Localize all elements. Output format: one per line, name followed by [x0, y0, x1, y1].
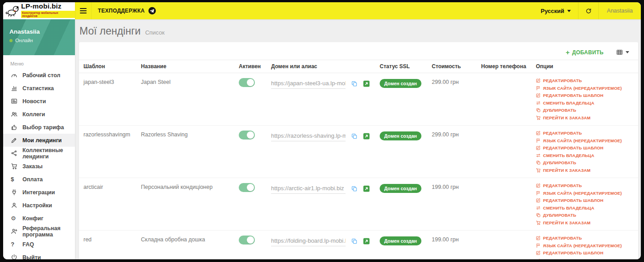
- option-link[interactable]: РЕДАКТИРОВАТЬ ШАБЛОН: [536, 93, 634, 98]
- topbar: ТЕХПОДДЕРЖКА Русский Anastasiia: [75, 2, 641, 19]
- ssl-cell: Домен создан: [375, 178, 427, 231]
- name-cell: Персональний кондиціонер: [136, 178, 234, 231]
- sidebar-item-dashboard[interactable]: Рабочий стол: [3, 69, 75, 82]
- sidebar-item-gears[interactable]: ⚙Конфиг: [3, 212, 75, 225]
- option-link[interactable]: ПЕРЕЙТИ К ЗАКАЗАМ: [536, 220, 634, 225]
- option-link[interactable]: ДУБЛИРОВАТЬ: [536, 213, 634, 218]
- exchange-icon: [536, 205, 541, 210]
- user-status-label: Онлайн: [15, 38, 33, 43]
- cart-icon: [11, 163, 18, 170]
- open-site-button[interactable]: [363, 185, 370, 192]
- option-link[interactable]: ЯЗЫК САЙТА (НЕРЕДАКТИРУЕМОЕ): [536, 138, 634, 143]
- price-cell: 299.00 грн: [427, 73, 477, 126]
- sidebar-item-user[interactable]: Настройки: [3, 199, 75, 212]
- sidebar-item-cart[interactable]: Заказы: [3, 160, 75, 173]
- sidebar-item-dollar[interactable]: $Оплата: [3, 173, 75, 186]
- option-link[interactable]: ДУБЛИРОВАТЬ: [536, 160, 634, 165]
- phone-cell: [477, 73, 531, 126]
- active-cell: [234, 231, 267, 260]
- option-link[interactable]: РЕДАКТИРОВАТЬ: [536, 131, 634, 135]
- column-header: Статус SSL: [375, 60, 427, 73]
- chevron-down-icon: [626, 51, 629, 53]
- active-toggle[interactable]: [239, 78, 255, 87]
- sidebar-item-pen[interactable]: Мои лендинги: [3, 134, 75, 147]
- option-link[interactable]: СМЕНИТЬ ВЛАДЕЛЬЦА: [536, 258, 634, 260]
- option-link[interactable]: ЯЗЫК САЙТА (НЕРЕДАКТИРУЕМОЕ): [536, 191, 634, 196]
- option-link[interactable]: РЕДАКТИРОВАТЬ: [536, 236, 634, 240]
- columns-dropdown-button[interactable]: [616, 49, 629, 56]
- option-link[interactable]: РЕДАКТИРОВАТЬ: [536, 183, 634, 188]
- copy-domain-button[interactable]: [351, 185, 358, 192]
- add-button[interactable]: + ДОБАВИТЬ: [566, 49, 604, 56]
- option-link[interactable]: ЯЗЫК САЙТА (НЕРЕДАКТИРУЕМОЕ): [536, 243, 634, 248]
- sidebar-item-share[interactable]: Коллективные лендинги: [3, 147, 75, 160]
- option-link[interactable]: РЕДАКТИРОВАТЬ ШАБЛОН: [536, 145, 634, 150]
- option-link[interactable]: СМЕНИТЬ ВЛАДЕЛЬЦА: [536, 153, 634, 158]
- refresh-button[interactable]: [578, 2, 598, 19]
- language-icon: [536, 138, 541, 143]
- sidebar-item-news[interactable]: Новости: [3, 95, 75, 108]
- language-dropdown[interactable]: Русский: [534, 2, 578, 19]
- copy-domain-button[interactable]: [351, 238, 358, 245]
- ssl-cell: Домен создан: [375, 126, 427, 178]
- option-link[interactable]: РЕДАКТИРОВАТЬ: [536, 78, 634, 83]
- sidebar-item-thumb[interactable]: Выбор тарифа: [3, 121, 75, 134]
- option-link[interactable]: ПЕРЕЙТИ К ЗАКАЗАМ: [536, 115, 634, 120]
- domain-cell: [267, 126, 375, 178]
- column-header: Активен: [234, 60, 267, 73]
- open-site-button[interactable]: [363, 238, 370, 245]
- open-site-button[interactable]: [363, 80, 370, 87]
- phone-cell: [477, 231, 531, 260]
- topbar-username[interactable]: Anastasiia: [599, 8, 641, 14]
- power-icon: [11, 254, 18, 259]
- option-link[interactable]: ПЕРЕЙТИ К ЗАКАЗАМ: [536, 168, 634, 173]
- domain-input[interactable]: [271, 131, 346, 141]
- gears-icon: ⚙: [11, 215, 18, 222]
- active-toggle[interactable]: [239, 131, 255, 140]
- user-status: Онлайн: [9, 38, 75, 43]
- template-cell: japan-steel3: [79, 73, 136, 126]
- option-label: ПЕРЕЙТИ К ЗАКАЗАМ: [543, 220, 591, 225]
- name-cell: Japan Steel: [136, 73, 234, 126]
- hamburger-menu-button[interactable]: [75, 2, 92, 19]
- domain-input[interactable]: [271, 79, 346, 89]
- active-toggle[interactable]: [239, 236, 255, 245]
- landings-card: + ДОБАВИТЬ ШаблонНазваниеАктивенДомен ил…: [79, 42, 638, 259]
- sidebar-item-label: FAQ: [22, 241, 34, 248]
- active-toggle[interactable]: [239, 183, 255, 192]
- domain-input[interactable]: [271, 184, 346, 194]
- table-row: arcticairПерсональний кондиціонерДомен с…: [79, 178, 638, 231]
- share-icon: [11, 150, 18, 157]
- copy-domain-button[interactable]: [351, 80, 358, 87]
- column-header: Название: [136, 60, 234, 73]
- toggle-knob: [247, 236, 254, 244]
- copy-domain-button[interactable]: [351, 133, 358, 140]
- sidebar-item-chart[interactable]: Статистика: [3, 82, 75, 95]
- option-link[interactable]: РЕДАКТИРОВАТЬ ШАБЛОН: [536, 250, 634, 255]
- option-link[interactable]: СМЕНИТЬ ВЛАДЕЛЬЦА: [536, 100, 634, 105]
- sidebar-item-plug[interactable]: Интеграции: [3, 186, 75, 199]
- sidebar-item-label: Настройки: [22, 202, 52, 209]
- option-link[interactable]: СМЕНИТЬ ВЛАДЕЛЬЦА: [536, 205, 634, 210]
- sidebar-item-label: Рабочий стол: [22, 72, 60, 79]
- sidebar: LP-mobi.biz Конструктор мобильных лендин…: [3, 2, 75, 259]
- name-cell: Razorless Shaving: [136, 126, 234, 178]
- thumb-icon: [11, 124, 18, 131]
- sidebar-item-user-plus[interactable]: Реферальная программа: [3, 225, 75, 238]
- logo[interactable]: LP-mobi.biz Конструктор мобильных лендин…: [3, 2, 75, 19]
- option-link[interactable]: ДУБЛИРОВАТЬ: [536, 108, 634, 113]
- support-button[interactable]: ТЕХПОДДЕРЖКА: [98, 7, 156, 15]
- sidebar-item-users[interactable]: Коллеги: [3, 108, 75, 121]
- duplicate-icon: [536, 213, 541, 218]
- question-icon: ?: [11, 241, 18, 248]
- sidebar-item-label: Выбор тарифа: [22, 124, 64, 131]
- option-link[interactable]: РЕДАКТИРОВАТЬ ШАБЛОН: [536, 198, 634, 203]
- edit-icon: [536, 131, 541, 135]
- option-label: СМЕНИТЬ ВЛАДЕЛЬЦА: [543, 205, 594, 210]
- domain-input[interactable]: [271, 236, 346, 246]
- option-label: ЯЗЫК САЙТА (НЕРЕДАКТИРУЕМОЕ): [543, 86, 622, 91]
- option-link[interactable]: ЯЗЫК САЙТА (НЕРЕДАКТИРУЕМОЕ): [536, 86, 634, 91]
- sidebar-item-power[interactable]: Выйти: [3, 251, 75, 259]
- open-site-button[interactable]: [363, 133, 370, 140]
- sidebar-item-question[interactable]: ?FAQ: [3, 238, 75, 251]
